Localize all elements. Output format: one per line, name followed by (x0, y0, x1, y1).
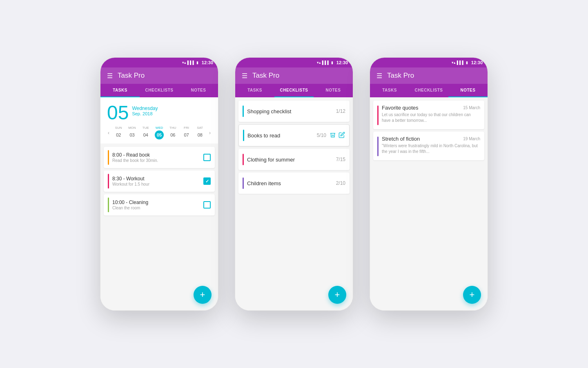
app-title-3: Task Pro (387, 72, 414, 80)
content-1: 05 Wednesday Sep. 2018 ‹ SUN 02 MON 03 (100, 97, 218, 310)
task-text-2: 10:00 - Cleaning Clean the room (112, 200, 200, 210)
fab-2[interactable]: + (328, 286, 346, 304)
cal-day-tue[interactable]: TUE 04 (141, 126, 150, 139)
tab-notes-2[interactable]: NOTES (314, 84, 353, 97)
status-time-2: 12:30 (336, 60, 348, 65)
date-month: Sep. 2018 (132, 111, 158, 116)
checklist-item-1[interactable]: Books to read 5/10 (238, 124, 350, 146)
prev-week-arrow[interactable]: ‹ (108, 130, 109, 136)
wifi-icon-3: ▾▴ (452, 61, 456, 65)
checklist-item-0[interactable]: Shopping checklist 1/12 (238, 101, 350, 122)
app-title-1: Task Pro (118, 72, 145, 80)
tab-checklists-3[interactable]: CHECKLISTS (409, 84, 448, 97)
checklist-name-1: Books to read (247, 132, 314, 139)
task-checkbox-2[interactable] (203, 201, 211, 209)
next-week-arrow[interactable]: › (209, 130, 211, 136)
status-icons-3: ▾▴ ▌▌▌ ▮ (452, 61, 468, 65)
status-time-1: 12:30 (202, 60, 213, 65)
cal-day-sun[interactable]: SUN 02 (114, 126, 123, 139)
cal-day-mon[interactable]: MON 03 (128, 126, 137, 139)
checklist-name-0: Shopping checklist (247, 108, 333, 114)
task-color-bar-0 (108, 150, 109, 165)
status-icons-1: ▾▴ ▌▌▌ ▮ (182, 61, 198, 65)
tab-bar-3: TASKS CHECKLISTS NOTES (370, 84, 488, 97)
cal-day-sat[interactable]: SAT 08 (196, 126, 205, 139)
cal-day-wed[interactable]: WED 05 (155, 126, 164, 139)
note-color-0 (377, 105, 379, 125)
wifi-icon-2: ▾▴ (317, 61, 321, 65)
fab-3[interactable]: + (463, 286, 481, 304)
tab-checklists-1[interactable]: CHECKLISTS (140, 84, 179, 97)
note-item-1[interactable]: Stretch of fiction 19 March "Winters wer… (373, 132, 484, 160)
signal-icon-3: ▌▌▌ (457, 61, 465, 65)
date-number: 05 (107, 103, 129, 123)
tab-notes-1[interactable]: NOTES (179, 84, 218, 97)
note-date-0: 15 March (463, 105, 480, 110)
note-title-1: Stretch of fiction (382, 136, 420, 142)
signal-icon: ▌▌▌ (187, 61, 195, 65)
tab-tasks-1[interactable]: TASKS (100, 84, 140, 97)
task-subtitle-1: Workout for 1.5 hour (112, 182, 200, 186)
menu-icon-2[interactable]: ☰ (242, 72, 247, 80)
note-item-0[interactable]: Favorite quotes 15 March Let us sacrific… (373, 101, 484, 129)
task-title-0: 8:00 - Read book (112, 152, 200, 158)
checklist-item-3[interactable]: Children items 2/10 (238, 173, 350, 194)
app-bar-3: ☰ Task Pro (370, 67, 488, 84)
task-item-2[interactable]: 10:00 - Cleaning Clean the room (104, 194, 215, 215)
task-title-2: 10:00 - Cleaning (112, 200, 200, 205)
note-title-0: Favorite quotes (382, 105, 419, 111)
checklists-list: Shopping checklist 1/12 Books to read 5/… (235, 97, 353, 197)
task-checkbox-0[interactable] (203, 154, 211, 161)
task-subtitle-0: Read the book for 30min. (112, 158, 200, 163)
checklist-name-2: Clothing for summer (247, 157, 333, 163)
checklist-color-0 (243, 105, 244, 117)
checklist-color-3 (243, 177, 244, 189)
date-header: 05 Wednesday Sep. 2018 ‹ SUN 02 MON 03 (100, 97, 218, 144)
task-color-bar-2 (108, 197, 109, 212)
tasks-list: 8:00 - Read book Read the book for 30min… (100, 144, 218, 219)
task-subtitle-2: Clean the room (112, 206, 200, 210)
task-color-bar-1 (108, 174, 109, 188)
fab-1[interactable]: + (194, 286, 212, 304)
note-title-row-0: Favorite quotes 15 March (382, 105, 480, 111)
battery-icon: ▮ (196, 61, 198, 65)
tab-bar-2: TASKS CHECKLISTS NOTES (235, 84, 353, 97)
note-color-1 (377, 137, 379, 156)
content-2: Shopping checklist 1/12 Books to read 5/… (235, 97, 353, 310)
tab-tasks-3[interactable]: TASKS (370, 84, 409, 97)
task-text-1: 8:30 - Workout Workout for 1.5 hour (112, 176, 200, 186)
menu-icon-3[interactable]: ☰ (376, 72, 382, 80)
tab-tasks-2[interactable]: TASKS (235, 84, 274, 97)
checklist-name-3: Children items (247, 180, 333, 186)
task-text-0: 8:00 - Read book Read the book for 30min… (112, 152, 200, 163)
note-text-0: Favorite quotes 15 March Let us sacrific… (382, 105, 480, 123)
note-preview-0: Let us sacrifice our today so that our c… (382, 112, 480, 123)
checklist-count-1: 5/10 (317, 132, 326, 138)
tab-checklists-2[interactable]: CHECKLISTS (274, 84, 314, 97)
delete-icon[interactable] (330, 132, 336, 139)
tab-notes-3[interactable]: NOTES (448, 84, 488, 97)
task-item-0[interactable]: 8:00 - Read book Read the book for 30min… (104, 147, 215, 168)
app-bar-1: ☰ Task Pro (100, 67, 218, 84)
checklist-color-2 (243, 154, 244, 165)
note-date-1: 19 March (463, 137, 480, 141)
tab-bar-1: TASKS CHECKLISTS NOTES (100, 84, 218, 97)
status-bar-3: ▾▴ ▌▌▌ ▮ 12:30 (370, 58, 488, 67)
calendar-week: ‹ SUN 02 MON 03 TUE 04 WED (107, 126, 212, 139)
cal-day-thu[interactable]: THU 06 (168, 126, 177, 139)
status-bar-1: ▾▴ ▌▌▌ ▮ 12:30 (100, 58, 218, 67)
wifi-icon: ▾▴ (182, 61, 186, 65)
status-icons-2: ▾▴ ▌▌▌ ▮ (317, 61, 333, 65)
phone-1: ▾▴ ▌▌▌ ▮ 12:30 ☰ Task Pro TASKS CHECKLIS… (100, 57, 218, 311)
task-checkbox-1[interactable] (203, 177, 211, 185)
app-bar-2: ☰ Task Pro (235, 67, 353, 84)
cal-day-fri[interactable]: FRI 07 (182, 126, 191, 139)
task-item-1[interactable]: 8:30 - Workout Workout for 1.5 hour (104, 171, 215, 192)
checklist-item-2[interactable]: Clothing for summer 7/15 (238, 149, 350, 170)
date-row: 05 Wednesday Sep. 2018 (107, 103, 212, 123)
edit-icon[interactable] (339, 132, 345, 139)
task-title-1: 8:30 - Workout (112, 176, 200, 182)
menu-icon-1[interactable]: ☰ (107, 72, 113, 80)
note-text-1: Stretch of fiction 19 March "Winters wer… (382, 136, 480, 155)
signal-icon-2: ▌▌▌ (322, 61, 330, 65)
